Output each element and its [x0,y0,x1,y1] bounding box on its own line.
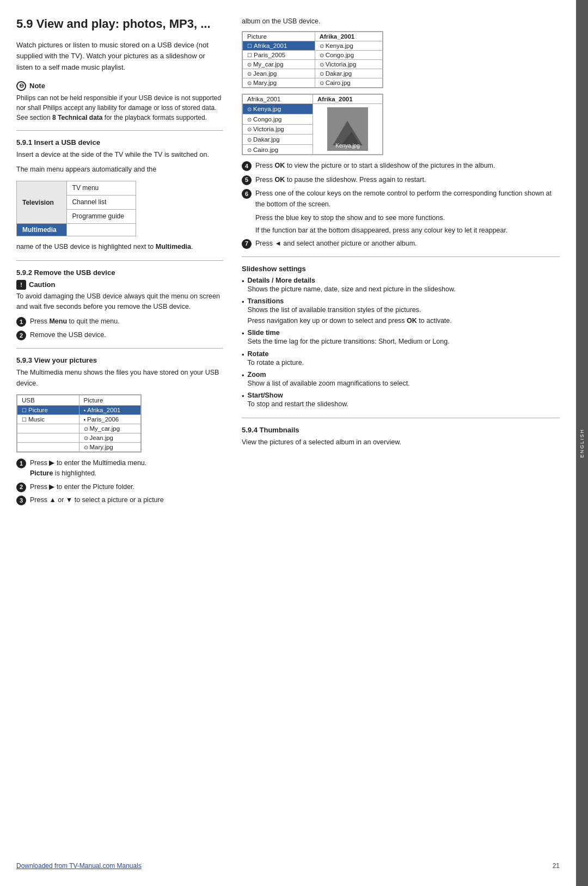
folder-icon-2: ▪ [84,407,86,413]
section-591-title: 5.9.1 Insert a USB device [16,138,223,146]
pt2-row-1: ⊙Kenya.jpg Kenya.jpg [243,104,383,114]
transitions-title: Transitions [248,297,284,305]
intro-text: Watch pictures or listen to music stored… [16,40,223,74]
fb-row-5: ⊙Mary.jpg [17,442,141,451]
pt2-preview: Kenya.jpg [313,104,383,155]
step-num-2: 2 [16,331,26,340]
section-592-steps: 1 Press Menu to quit the menu. 2 Remove … [16,316,223,340]
step-text-5: Press OK to pause the slideshow. Press a… [255,175,426,185]
setting-zoom-content: Zoom Show a list of available zoom magni… [248,370,410,389]
right-step-6: 6 Press one of the colour keys on the re… [242,188,560,210]
pt1-cell-victoria: ⊙Victoria.jpg [315,60,382,69]
image-icon-k1: ⊙ [320,43,324,49]
divider-4 [242,256,560,257]
right-column: album on the USB device. Picture Afrika_… [236,16,560,510]
pt2-cell-kenya: ⊙Kenya.jpg [243,104,313,114]
bullet-5: • [242,371,244,380]
footer: Downloaded from TV-Manual.com Manuals 21 [16,857,560,870]
caution-icon: ! [16,280,26,290]
zoom-title: Zoom [248,371,266,378]
section-593-text: The Multimedia menu shows the files you … [16,368,223,389]
pt2-cell-congo: ⊙Congo.jpg [243,114,313,124]
fb-cell-paris2006: ▪Paris_2006 [79,414,141,424]
pt1-cell-dakar: ⊙Dakar.jpg [315,69,382,78]
note-title: ⊖ Note [16,81,223,91]
setting-details: • Details / More details Shows the pictu… [242,276,560,295]
step-593-2: 2 Press ▶ to enter the Picture folder. [16,482,223,492]
pt1-row-5: ⊙Mary.jpg ⊙Cairo.jpg [243,78,383,88]
image-icon-k2: ⊙ [247,106,252,112]
image-icon-d1: ⊙ [320,71,324,77]
image-icon-c2: ⊙ [247,117,252,123]
section-594-title: 5.9.4 Thumbnails [242,426,560,434]
step-text-s2: Press ▶ to enter the Picture folder. [30,482,134,492]
file-browser: USB Picture ☐Picture ▪Afrika_2001 [16,394,142,453]
step-num-s1: 1 [16,459,26,468]
pt1-header-left: Picture [243,32,315,41]
divider-2 [16,260,223,261]
pt2-header: Afrika_2001 Afrika_2001 [243,95,383,104]
bullet-1: • [242,277,244,285]
divider-1 [16,130,223,131]
folder-icon-3: ☐ [22,417,27,423]
section-593-title: 5.9.3 View your pictures [16,356,223,364]
image-icon-c1: ⊙ [320,52,324,58]
pt1-cell-mycar: ⊙My_car.jpg [243,60,315,69]
note-text: Philips can not be held responsible if y… [16,93,223,123]
fb-header-usb: USB [17,395,79,405]
menu-cell-programmeguide: Programme guide [66,210,136,224]
fb-cell-picture: ☐Picture [17,405,79,414]
pt2-cell-victoria: ⊙Victoria.jpg [243,124,313,135]
pt2-cell-dakar: ⊙Dakar.jpg [243,135,313,145]
preview-label: Kenya.jpg [335,143,359,151]
note-icon: ⊖ [16,81,26,91]
note-box: ⊖ Note Philips can not be held responsib… [16,81,223,123]
image-icon-ca1: ⊙ [320,80,324,86]
section-594-text: View the pictures of a selected album in… [242,437,560,448]
album-text: album on the USB device. [242,16,560,27]
step-num-6: 6 [242,189,252,199]
slideshow-settings-title: Slideshow settings [242,265,560,273]
page-container: 5.9 View and play: photos, MP3, ... Watc… [0,0,588,886]
right-step-4: 4 Press OK to view the picture or to sta… [242,161,560,171]
footer-link[interactable]: Downloaded from TV-Manual.com Manuals [16,862,142,870]
divider-3 [16,348,223,349]
fb-header-picture: Picture [79,395,141,405]
fb-cell-maryjpg: ⊙Mary.jpg [79,442,141,451]
bullet-3: • [242,329,244,338]
fb-header-row: USB Picture [17,395,141,405]
page-number: 21 [553,862,560,870]
step-num-1: 1 [16,317,26,327]
rotate-title: Rotate [248,350,269,358]
file-icon-1: ▪ [84,417,86,423]
image-icon-m1: ⊙ [247,80,252,86]
setting-slidetime-content: Slide time Sets the time lag for the pic… [248,328,450,347]
step-592-1: 1 Press Menu to quit the menu. [16,316,223,327]
sub-step-any-key: If the function bar at the bottom disapp… [255,225,560,236]
step-592-2: 2 Remove the USB device. [16,330,223,340]
picture-table-2: Afrika_2001 Afrika_2001 ⊙Kenya.jpg [242,94,383,155]
main-content: 5.9 View and play: photos, MP3, ... Watc… [0,0,576,886]
menu-cell-multimedia: Multimedia [17,224,67,236]
fb-row-4: ⊙Jean.jpg [17,433,141,442]
image-icon-mc: ⊙ [247,62,252,68]
pt1-cell-afrika: ☐Afrika_2001 [243,41,315,51]
page-title: 5.9 View and play: photos, MP3, ... [16,16,223,32]
transitions-text1: Shows the list of available transition s… [248,306,421,314]
pt2-header-left: Afrika_2001 [243,95,313,104]
zoom-text: Show a list of available zoom magnificat… [248,380,410,387]
fb-cell-jeanjpg: ⊙Jean.jpg [79,433,141,442]
image-icon-ca2: ⊙ [247,147,252,153]
section-592-title: 5.9.2 Remove the USB device [16,268,223,277]
left-column: 5.9 View and play: photos, MP3, ... Watc… [16,16,223,510]
bullet-4: • [242,351,244,359]
step-num-s3: 3 [16,496,26,505]
bullet-2: • [242,298,244,306]
setting-zoom: • Zoom Show a list of available zoom mag… [242,370,560,389]
picture-table-1: Picture Afrika_2001 ☐Afrika_2001 ⊙Kenya.… [242,31,383,88]
slidetime-title: Slide time [248,329,280,337]
setting-startshow: • Start/Show To stop and restart the sli… [242,391,560,410]
pt1-header: Picture Afrika_2001 [243,32,383,41]
image-icon-1: ⊙ [84,426,88,432]
pt1-cell-cairo: ⊙Cairo.jpg [315,78,382,88]
